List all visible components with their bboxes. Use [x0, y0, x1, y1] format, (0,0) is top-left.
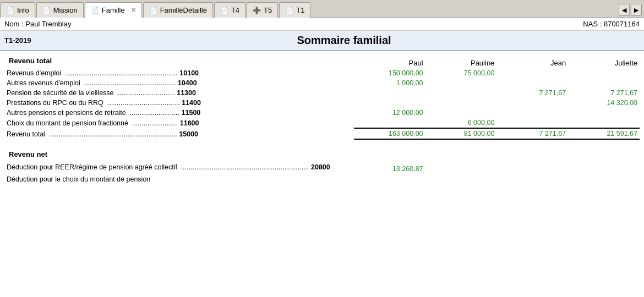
row-value-pauline-10100[interactable]: 75 000,00	[425, 68, 497, 78]
row-value-paul-11300[interactable]	[354, 88, 425, 98]
table-row-total-revenu: Revenu total ...........................…	[4, 128, 640, 139]
t1-tab-icon: 📄	[285, 7, 293, 14]
info-tab-icon: 📄	[6, 7, 14, 14]
row-value-jean-11500[interactable]	[496, 108, 568, 118]
t4-tab-icon: 📄	[220, 7, 228, 14]
tab-nav-left[interactable]: ◀	[619, 4, 630, 16]
tab-famille-detail-label: FamilléDétaillé	[160, 6, 207, 14]
row-value-paul-11600[interactable]	[354, 118, 425, 128]
tab-t5-label: T5	[264, 6, 272, 14]
row-value-pauline-11400[interactable]	[425, 98, 497, 108]
row-value-juliette-choix[interactable]	[568, 174, 640, 186]
row-value-pauline-11300[interactable]	[425, 88, 497, 98]
tab-t1[interactable]: 📄 T1	[279, 2, 310, 18]
tab-t4-label: T4	[231, 6, 239, 14]
row-value-pauline-choix[interactable]	[425, 174, 497, 186]
table-row: Autres revenus d'emploi ................…	[4, 78, 640, 88]
row-value-jean-10100[interactable]	[496, 68, 568, 78]
row-value-pauline-11600[interactable]: 6 000,00	[425, 118, 497, 128]
col-header-pauline: Pauline	[425, 51, 497, 68]
row-value-pauline-10400[interactable]	[425, 78, 497, 88]
row-label-reer: Déduction pour REER/régime de pension ag…	[4, 162, 354, 174]
nas-value: 870071164	[604, 20, 640, 28]
tab-t1-label: T1	[296, 6, 304, 14]
row-value-juliette-11600[interactable]	[568, 118, 640, 128]
tab-nav-right[interactable]: ▶	[631, 4, 642, 16]
row-value-jean-20800[interactable]	[496, 162, 568, 174]
header-info: Nom : Paul Tremblay NAS : 870071164	[0, 18, 644, 31]
table-row: Pension de sécurité de la vieillesse ...…	[4, 88, 640, 98]
famille-tab-icon: 📄	[91, 6, 99, 14]
row-label-choix-montant: Déduction pour le choix du montant de pe…	[4, 174, 354, 186]
nas-label: NAS :	[583, 20, 604, 28]
spacer-row	[4, 139, 640, 145]
row-label-prestations-rpc: Prestations du RPC ou du RRQ ...........…	[4, 98, 354, 108]
row-value-jean-11400[interactable]	[496, 98, 568, 108]
tab-info-label: Info	[17, 6, 29, 14]
table-row: Revenus d'emploi .......................…	[4, 68, 640, 78]
row-value-paul-11500[interactable]: 12 000,00	[354, 108, 425, 118]
row-label-revenu-total: Revenu total ...........................…	[4, 128, 354, 139]
section-header-revenu-net: Revenu net	[4, 145, 640, 162]
row-value-paul-11400[interactable]	[354, 98, 425, 108]
tab-famille-detail[interactable]: 📄 FamilléDétaillé	[143, 2, 213, 18]
t5-tab-icon: ➕	[253, 7, 261, 14]
row-label-autres-revenus-emploi: Autres revenus d'emploi ................…	[4, 78, 354, 88]
tab-mission[interactable]: 📄 Mission	[36, 2, 84, 18]
table-row: Choix du montant de pension fractionné .…	[4, 118, 640, 128]
row-value-juliette-11400[interactable]: 14 320,00	[568, 98, 640, 108]
tab-mission-label: Mission	[53, 6, 78, 14]
summary-table: Revenu total Paul Pauline Jean Juliette …	[4, 51, 640, 185]
row-value-juliette-11300[interactable]: 7 271,67	[568, 88, 640, 98]
section-header-revenu-total: Revenu total Paul Pauline Jean Juliette	[4, 51, 640, 68]
mission-tab-icon: 📄	[42, 7, 51, 14]
row-value-paul-10400[interactable]: 1 000,00	[354, 78, 425, 88]
row-value-paul-20800[interactable]: 13 260,87	[354, 162, 425, 174]
row-value-juliette-11500[interactable]	[568, 108, 640, 118]
col-header-paul: Paul	[354, 51, 425, 68]
title-main: Sommaire familial	[48, 34, 640, 47]
row-value-pauline-11500[interactable]	[425, 108, 497, 118]
nas-field: NAS : 870071164	[583, 20, 640, 28]
row-value-pauline-20800[interactable]	[425, 162, 497, 174]
tab-bar: 📄 Info 📄 Mission 📄 Famille ✕ 📄 FamilléDé…	[0, 0, 644, 18]
row-value-juliette-10100[interactable]	[568, 68, 640, 78]
revenu-total-header: Revenu total	[7, 52, 352, 67]
col-header-juliette: Juliette	[568, 51, 640, 68]
row-value-paul-choix[interactable]	[354, 174, 425, 186]
tab-t4[interactable]: 📄 T4	[214, 2, 245, 18]
row-value-jean-11300[interactable]: 7 271,67	[496, 88, 568, 98]
title-year: T1-2019	[4, 36, 48, 45]
tab-t5[interactable]: ➕ T5	[247, 2, 278, 18]
row-label-autres-pensions: Autres pensions et pensions de retraite …	[4, 108, 354, 118]
row-value-juliette-15000[interactable]: 21 591,67	[568, 128, 640, 139]
row-value-juliette-10400[interactable]	[568, 78, 640, 88]
table-row: Prestations du RPC ou du RRQ ...........…	[4, 98, 640, 108]
table-row: Déduction pour le choix du montant de pe…	[4, 174, 640, 186]
nom-label: Nom :	[4, 20, 25, 28]
row-label-choix-pension: Choix du montant de pension fractionné .…	[4, 118, 354, 128]
row-value-jean-choix[interactable]	[496, 174, 568, 186]
revenu-net-header: Revenu net	[7, 146, 637, 161]
main-content: Revenu total Paul Pauline Jean Juliette …	[0, 51, 644, 290]
famille-tab-close[interactable]: ✕	[131, 7, 136, 14]
table-row: Déduction pour REER/régime de pension ag…	[4, 162, 640, 174]
row-value-juliette-20800[interactable]	[568, 162, 640, 174]
row-value-jean-11600[interactable]	[496, 118, 568, 128]
row-value-paul-10100[interactable]: 150 000,00	[354, 68, 425, 78]
nom-field: Nom : Paul Tremblay	[4, 20, 71, 28]
row-value-jean-15000[interactable]: 7 271,67	[496, 128, 568, 139]
nom-value: Paul Tremblay	[25, 20, 71, 28]
row-label-pension-securite: Pension de sécurité de la vieillesse ...…	[4, 88, 354, 98]
tab-info[interactable]: 📄 Info	[0, 2, 35, 18]
row-value-paul-15000[interactable]: 163 000,00	[354, 128, 425, 139]
table-row: Autres pensions et pensions de retraite …	[4, 108, 640, 118]
row-label-revenus-emploi: Revenus d'emploi .......................…	[4, 68, 354, 78]
col-header-jean: Jean	[496, 51, 568, 68]
tab-famille-label: Famille	[102, 6, 125, 14]
title-section: T1-2019 Sommaire familial	[0, 31, 644, 51]
tab-famille[interactable]: 📄 Famille ✕	[85, 2, 142, 18]
row-value-pauline-15000[interactable]: 81 000,00	[425, 128, 497, 139]
tab-nav: ◀ ▶	[619, 2, 642, 18]
row-value-jean-10400[interactable]	[496, 78, 568, 88]
